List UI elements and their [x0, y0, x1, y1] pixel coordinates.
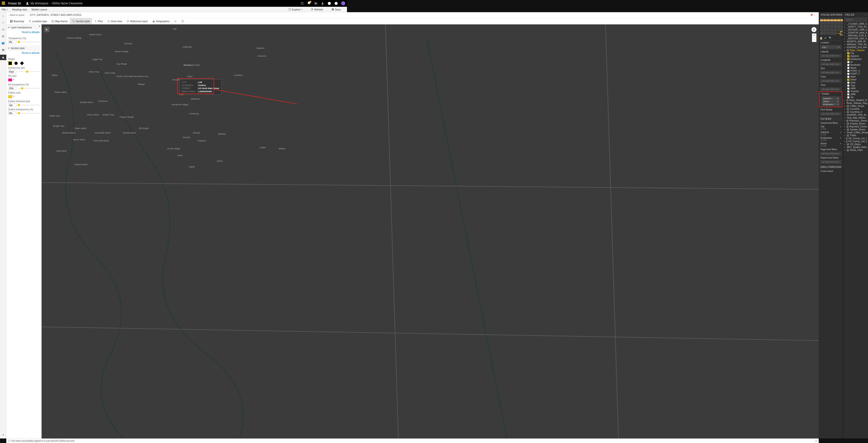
map-label: Hog Slough [116, 63, 127, 65]
map-label: Waterloo [218, 133, 226, 135]
fill-color-label: Fill color [8, 75, 39, 77]
transparency-input[interactable] [8, 40, 16, 44]
map-label: Terminous [98, 100, 107, 102]
nav-recent-icon[interactable]: ◷ [1, 28, 5, 31]
outline-transparency-input[interactable] [8, 111, 16, 115]
top-bar: Power BI My Workspace › 000No Name Clean… [0, 0, 347, 7]
map-label: Urgon [187, 75, 193, 77]
explore-button[interactable]: Explore▾ [289, 8, 302, 11]
fill-transparency-slider[interactable] [18, 88, 39, 89]
notifications-icon[interactable] [307, 1, 311, 5]
file-menu[interactable]: File▾ [2, 8, 8, 11]
map-label: Howard Landing [66, 37, 81, 39]
location-type-button[interactable]: Location type [26, 18, 49, 24]
breadcrumb-report[interactable]: 000No Name Cleansheet [52, 2, 83, 5]
left-nav-rail: ⌂ ☆ ◷ ⊞ 👥 ▦ ◉ ↗ [0, 12, 6, 177]
save-button[interactable]: Save [332, 8, 341, 11]
symbol-style-header[interactable]: ▾Symbol style [6, 45, 41, 51]
refresh-button[interactable]: Refresh [311, 8, 323, 11]
map-label: Venice Island [87, 114, 99, 116]
fill-transparency-input[interactable] [8, 87, 16, 90]
map-label: Armstrong [189, 112, 199, 115]
app-launcher-icon[interactable] [2, 2, 5, 5]
map-toolbar: Basemap Location type Map theme Symbol s… [6, 18, 347, 24]
basemap-button[interactable]: Basemap [8, 18, 26, 24]
map-label: Villinger [138, 83, 145, 86]
symbol-style-button[interactable]: Symbol style [70, 18, 92, 24]
outline-thickness-input[interactable] [8, 103, 16, 107]
close-icon[interactable]: ✕ [38, 25, 40, 28]
map-label: Andrus Island [54, 91, 66, 93]
nav-apps-icon[interactable]: ⊞ [1, 34, 5, 38]
avatar[interactable] [341, 1, 345, 5]
outline-color-label: Outline color [8, 92, 39, 94]
breadcrumb: My Workspace › 000No Name Cleansheet [26, 2, 83, 5]
map-label: Quimby Island [123, 132, 136, 134]
transparency-label: Transparency (%) [8, 37, 39, 39]
pointer-tool-icon[interactable] [44, 27, 49, 32]
map-label: Empire Tract [103, 114, 114, 116]
map-label: Webb Tract [50, 115, 60, 117]
smile-icon[interactable] [334, 2, 338, 5]
map-label: Monada [183, 136, 190, 138]
breadcrumb-workspace[interactable]: My Workspace [31, 2, 49, 5]
fullscreen-icon[interactable] [301, 2, 304, 5]
layer-transparency-header[interactable]: ▾Layer transparency [6, 25, 41, 30]
fill-color-picker[interactable] [8, 78, 12, 81]
mobile-layout-button[interactable]: Mobile Layout [32, 8, 47, 11]
drive-time-button[interactable]: Drive time [105, 18, 125, 24]
symbol-style-panel: ✕ ▾Layer transparency Revert to defaults… [6, 24, 41, 177]
map-label: Medford Island [62, 132, 75, 134]
download-icon[interactable] [321, 2, 324, 5]
outline-transparency-slider[interactable] [18, 113, 39, 113]
brand: Power BI [8, 2, 21, 5]
map-label: McDonald Island [94, 140, 109, 142]
shape-circle-option[interactable] [14, 61, 18, 65]
symbol-size-label: Symbol size (px) [8, 67, 39, 69]
page-header: ‹Back to report CITY, DATEINFO, STREET A… [6, 12, 347, 18]
infographics-button[interactable]: Infographics [150, 18, 172, 24]
map-label: Lockeford [234, 74, 243, 76]
nav-shared-icon[interactable]: 👥 [1, 41, 5, 45]
map-label: Collierville [182, 46, 192, 48]
shape-diamond-option[interactable] [20, 61, 24, 65]
help-icon[interactable] [328, 2, 331, 5]
nav-myworkspace-icon[interactable]: ◉ [0, 55, 6, 60]
map-label: Bacon Island [73, 138, 85, 141]
gear-icon[interactable] [314, 2, 318, 5]
symbol-size-input[interactable] [8, 70, 16, 73]
outline-thickness-label: Outline thickness (px) [8, 100, 39, 103]
reference-layer-button[interactable]: Reference layer [124, 18, 150, 24]
map-help-icon[interactable] [179, 18, 186, 24]
revert-defaults-link-2[interactable]: Revert to defaults [6, 51, 41, 55]
symbol-size-slider[interactable] [18, 71, 39, 72]
nav-workspaces-icon[interactable]: ▦ [1, 48, 5, 52]
svg-point-15 [73, 21, 74, 22]
fill-transparency-label: Fill transparency (%) [8, 83, 39, 86]
svg-rect-20 [154, 21, 154, 22]
workspace-icon [26, 2, 29, 5]
map-label: Akers [177, 154, 182, 157]
shape-square-option[interactable] [8, 61, 12, 65]
map-label: Rindge Tract [53, 125, 64, 127]
map-canvas[interactable]: GaltWalnut GroveHoward LandingThorntonCo… [41, 24, 347, 177]
svg-rect-18 [153, 21, 153, 22]
svg-rect-8 [10, 20, 11, 21]
svg-point-23 [182, 22, 183, 22]
back-button[interactable]: ‹Back to report [8, 14, 24, 16]
map-theme-button[interactable]: Map theme [49, 18, 70, 24]
transparency-slider[interactable] [18, 42, 39, 42]
map-label: Linden [260, 146, 266, 149]
pins-button[interactable]: Pins [92, 18, 105, 24]
map-label: San Joaquin River [184, 64, 200, 66]
outline-thickness-slider[interactable] [18, 105, 39, 105]
map-label: Frank's Tract State Recreation Area [116, 75, 148, 77]
map-settings-icon[interactable] [172, 18, 179, 24]
outline-color-picker[interactable] [8, 95, 12, 98]
map-label: Morada [193, 132, 200, 134]
map-label: Isleton [52, 74, 58, 76]
reading-view-button[interactable]: Reading view [12, 8, 27, 11]
nav-home-icon[interactable]: ⌂ [1, 14, 5, 18]
revert-defaults-link[interactable]: Revert to defaults [6, 30, 41, 34]
nav-favorites-icon[interactable]: ☆ [1, 21, 5, 24]
